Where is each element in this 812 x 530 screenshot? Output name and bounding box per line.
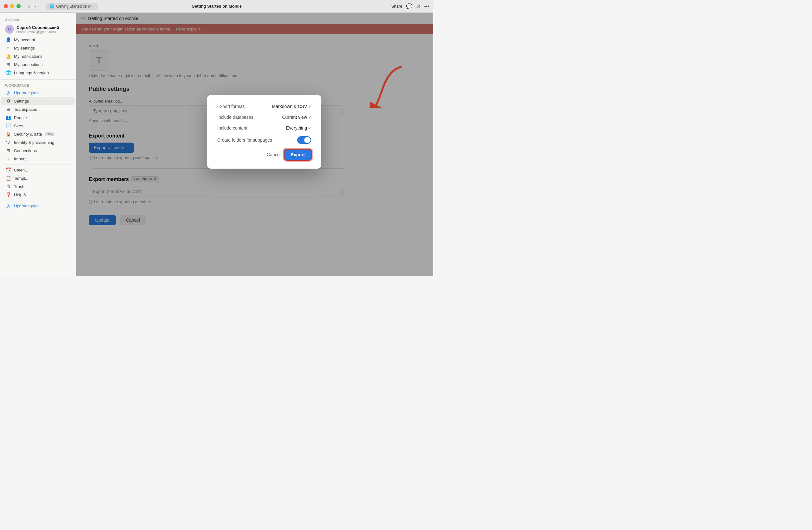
upgrade-icon: ◎ xyxy=(5,203,11,208)
connections-icon: ⊞ xyxy=(5,62,11,67)
minimize-button[interactable] xyxy=(10,4,14,8)
sidebar-item-settings[interactable]: ⚙ Settings xyxy=(1,97,74,105)
export-modal: Export format Markdown & CSV ∨ Include d… xyxy=(207,95,321,169)
sidebar-item-sites[interactable]: 📄 Sites xyxy=(1,122,74,130)
more-icon[interactable]: ••• xyxy=(424,3,430,9)
modal-cancel-button[interactable]: Cancel xyxy=(267,152,281,157)
app-layout: Account С Сергей Соболевский sssobolevsk… xyxy=(0,13,433,276)
modal-actions: Cancel Export xyxy=(217,150,311,160)
modal-overlay[interactable]: Export format Markdown & CSV ∨ Include d… xyxy=(76,13,433,276)
user-info: Сергей Соболевский sssobolevski@gmail.co… xyxy=(16,25,59,34)
circle-icon: ◎ xyxy=(5,90,11,95)
main-content: ✏ Getting Started on Mobile You can set … xyxy=(76,13,433,276)
back-button[interactable]: ‹ xyxy=(27,3,31,10)
trash-icon: 🗑 xyxy=(5,184,11,189)
chevron-down-icon-3: ∨ xyxy=(308,126,311,130)
include-content-value: Everything xyxy=(286,125,307,130)
user-circle-icon[interactable]: ⊙ xyxy=(416,3,420,9)
include-databases-label: Include databases xyxy=(217,115,253,120)
sidebar-item-label: Calen... xyxy=(14,168,28,172)
sidebar-item-label: My account xyxy=(14,38,35,42)
user-icon: 👤 xyxy=(5,37,11,42)
globe-icon: 🌐 xyxy=(5,70,11,75)
create-folders-label: Create folders for subpages xyxy=(217,138,272,143)
maximize-button[interactable] xyxy=(16,4,20,8)
tab-active-title: Getting Started on Mobile xyxy=(192,4,242,9)
export-format-row: Export format Markdown & CSV ∨ xyxy=(217,104,311,109)
export-format-dropdown[interactable]: Markdown & CSV ∨ xyxy=(272,104,311,109)
sidebar-item-label: Connections xyxy=(14,148,37,153)
titlebar-right: Share 💬 ⊙ ••• xyxy=(391,3,430,9)
sidebar-item-my-settings[interactable]: ≡ My settings xyxy=(1,44,74,52)
sidebar-item-label: Templ... xyxy=(14,176,29,181)
sidebar-item-trash[interactable]: 🗑 Trash xyxy=(1,182,74,191)
sidebar-item-label: Settings xyxy=(14,99,29,103)
tab-inactive[interactable]: 🌐 Getting Started on M... xyxy=(46,3,98,10)
sidebar-item-label: Teamspaces xyxy=(14,107,37,112)
sidebar-item-label: Import xyxy=(14,156,26,161)
modal-export-button[interactable]: Export xyxy=(285,150,311,160)
sidebar-bottom-divider xyxy=(4,200,72,200)
sidebar-item-my-account[interactable]: 👤 My account xyxy=(1,36,74,44)
sidebar-item-help[interactable]: ❓ Help &... xyxy=(1,191,74,199)
sidebar-item-upgrade-plan-bottom[interactable]: ◎ Upgrade plan xyxy=(1,201,74,210)
settings-icon: ≡ xyxy=(5,45,11,51)
new-tab-button[interactable]: + xyxy=(39,3,43,10)
sidebar: Account С Сергей Соболевский sssobolevsk… xyxy=(0,13,76,276)
create-folders-toggle[interactable] xyxy=(297,136,311,144)
nav-buttons: ‹ › + xyxy=(27,3,43,10)
template-icon: 📋 xyxy=(5,176,11,181)
include-content-dropdown[interactable]: Everything ∨ xyxy=(286,125,311,130)
bell-icon: 🔔 xyxy=(5,54,11,59)
tab-inactive-label: Getting Started on M... xyxy=(56,4,95,9)
sidebar-item-label: Upgrade plan xyxy=(14,90,39,95)
sidebar-item-label: People xyxy=(14,115,27,120)
export-format-label: Export format xyxy=(217,104,244,109)
toggle-knob xyxy=(304,137,310,143)
sidebar-item-templates[interactable]: 📋 Templ... xyxy=(1,174,74,182)
sidebar-item-calendar[interactable]: 📅 Calen... xyxy=(1,166,74,174)
create-folders-row: Create folders for subpages xyxy=(217,136,311,144)
sidebar-item-connections[interactable]: ⊞ My connections xyxy=(1,60,74,69)
sidebar-item-label: Language & region xyxy=(14,70,49,75)
close-button[interactable] xyxy=(4,4,8,8)
sidebar-item-label: Trash xyxy=(14,184,25,189)
sidebar-item-import[interactable]: ↓ Import xyxy=(1,155,74,163)
calendar-icon: 📅 xyxy=(5,167,11,172)
share-button[interactable]: Share xyxy=(391,4,402,9)
sidebar-item-security-data[interactable]: 🔒 Security & data New xyxy=(1,130,74,138)
traffic-lights xyxy=(4,4,20,8)
notion-favicon: 🌐 xyxy=(49,4,54,9)
forward-button[interactable]: › xyxy=(33,3,37,10)
sidebar-item-language[interactable]: 🌐 Language & region xyxy=(1,69,74,77)
include-databases-dropdown[interactable]: Current view ∨ xyxy=(282,115,311,120)
sidebar-item-label: Upgrade plan xyxy=(14,204,39,208)
sidebar-item-label: Identity & provisioning xyxy=(14,140,54,145)
user-name: Сергей Соболевский xyxy=(16,25,59,30)
gear-icon: ⚙ xyxy=(5,98,11,103)
sidebar-item-label: My notifications xyxy=(14,54,43,59)
user-profile[interactable]: С Сергей Соболевский sssobolevski@gmail.… xyxy=(1,23,74,36)
shield-icon: 🛡 xyxy=(5,140,11,145)
sidebar-item-teamspaces[interactable]: ⊞ Teamspaces xyxy=(1,105,74,113)
connections-ws-icon: ⊞ xyxy=(5,148,11,153)
sidebar-item-notifications[interactable]: 🔔 My notifications xyxy=(1,52,74,60)
sidebar-item-people[interactable]: 👥 People xyxy=(1,113,74,122)
sidebar-item-label: Sites xyxy=(14,124,23,128)
sidebar-item-connections-ws[interactable]: ⊞ Connections xyxy=(1,147,74,155)
sidebar-item-label: Help &... xyxy=(14,193,30,197)
sidebar-item-label: My connections xyxy=(14,62,43,67)
sidebar-item-identity-provisioning[interactable]: 🛡 Identity & provisioning xyxy=(1,138,74,147)
account-section: Account С Сергей Соболевский sssobolevsk… xyxy=(0,15,76,80)
arrow-svg xyxy=(357,64,408,108)
lock-icon: 🔒 xyxy=(5,131,11,137)
people-icon: 👥 xyxy=(5,115,11,120)
arrow-annotation xyxy=(357,64,408,109)
sidebar-divider xyxy=(4,164,72,165)
sidebar-item-label: Security & data xyxy=(14,132,42,137)
import-icon: ↓ xyxy=(5,156,11,161)
chevron-down-icon-2: ∨ xyxy=(308,115,311,120)
chat-icon[interactable]: 💬 xyxy=(406,3,412,9)
sidebar-item-upgrade-plan[interactable]: ◎ Upgrade plan xyxy=(1,88,74,97)
sidebar-item-label: My settings xyxy=(14,46,35,51)
